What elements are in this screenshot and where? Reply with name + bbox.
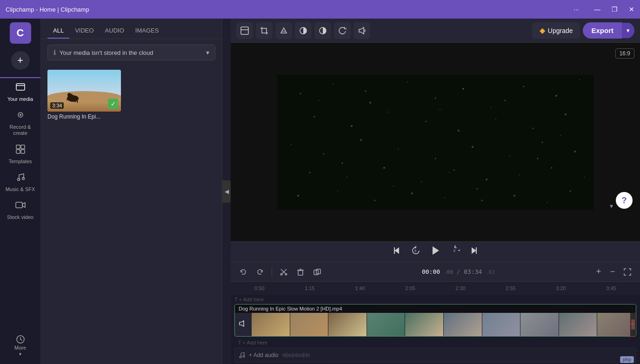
svg-point-76	[505, 99, 506, 101]
svg-point-64	[297, 195, 299, 197]
expand-chevron-icon[interactable]: ▾	[610, 202, 613, 210]
video-track-name: Dog Running In Epic Slow Motion 2 [HD].m…	[239, 306, 342, 311]
sidebar-item-music-sfx[interactable]: Music & SFX	[0, 168, 40, 196]
svg-point-100	[243, 356, 245, 357]
play-pause-button[interactable]	[430, 245, 440, 258]
tab-video[interactable]: VIDEO	[69, 23, 99, 39]
svg-point-79	[449, 172, 450, 173]
sidebar-item-your-media[interactable]: Your media	[0, 77, 40, 106]
time-ms-total: .61	[486, 269, 495, 275]
delete-button[interactable]	[293, 265, 307, 279]
media-item-dog-video[interactable]: 3:34 ✓ Dog Running In Epi...	[47, 70, 121, 120]
svg-point-63	[584, 177, 585, 178]
timeline-ruler: 0:50 1:15 1:40 2:05 2:30 2:55 3:20 3:45	[231, 282, 640, 295]
audio-icon	[358, 26, 366, 35]
svg-point-44	[533, 127, 534, 129]
upgrade-button[interactable]: ◆ Upgrade	[532, 22, 580, 39]
close-button[interactable]: ✕	[629, 6, 634, 13]
contrast-button[interactable]	[295, 22, 312, 39]
svg-point-49	[398, 149, 399, 150]
rewind-5s-button[interactable]: 5	[411, 245, 421, 258]
color-button[interactable]	[275, 22, 292, 39]
video-track[interactable]: Dog Running In Epic Slow Motion 2 [HD].m…	[234, 304, 636, 337]
export-dropdown-button[interactable]: ▾	[622, 23, 634, 38]
aspect-ratio-badge[interactable]: 16:9	[615, 48, 634, 59]
undo-button[interactable]	[236, 265, 250, 279]
redo-button[interactable]	[253, 265, 267, 279]
svg-point-77	[560, 135, 561, 136]
tab-audio[interactable]: AUDIO	[100, 23, 130, 39]
rotate-button[interactable]	[334, 22, 351, 39]
preview-content	[277, 75, 593, 210]
svg-point-37	[579, 79, 580, 80]
audio-note-icon	[239, 352, 245, 358]
cloud-notice-banner[interactable]: ℹ Your media isn't stored in the cloud ▾	[47, 45, 215, 60]
media-thumbnail: 3:34 ✓	[47, 70, 121, 112]
svg-marker-26	[359, 27, 364, 34]
arrow-left: ←	[626, 331, 635, 341]
saturation-button[interactable]	[314, 22, 331, 39]
add-track-bottom-label[interactable]: T + Add here	[238, 340, 267, 345]
zoom-in-button[interactable]: +	[593, 266, 605, 278]
sidebar-more-button[interactable]: More ▾	[11, 331, 30, 360]
expand-timeline-button[interactable]	[620, 265, 634, 279]
collapse-panel-button[interactable]: ◀	[222, 180, 231, 203]
time-ms-current: .00	[444, 269, 453, 275]
zoom-out-button[interactable]: −	[607, 266, 619, 278]
frame-2	[290, 313, 329, 336]
svg-point-33	[462, 88, 464, 90]
svg-point-53	[542, 141, 543, 143]
add-track-top-label[interactable]: T + Add here	[234, 297, 264, 302]
forward-5s-button[interactable]: 5	[450, 245, 460, 258]
cut-button[interactable]	[277, 265, 291, 279]
track-volume-button[interactable]	[239, 320, 246, 329]
svg-point-46	[291, 144, 292, 145]
svg-point-78	[342, 162, 343, 164]
tab-images[interactable]: IMAGES	[130, 23, 165, 39]
add-audio-label[interactable]: + Add audio	[249, 352, 279, 358]
sidebar-item-templates[interactable]: Templates	[0, 140, 40, 168]
help-button[interactable]: ?	[616, 192, 633, 209]
preview-area: 16:9 ? ▾	[231, 43, 640, 241]
crop-button[interactable]	[256, 22, 273, 39]
add-track-bottom-row: T + Add here	[234, 338, 636, 347]
ruler-marks: 0:50 1:15 1:40 2:05 2:30 2:55 3:20 3:45	[234, 285, 636, 291]
maximize-button[interactable]: ❐	[612, 6, 618, 13]
svg-point-61	[519, 174, 520, 175]
tab-all[interactable]: ALL	[47, 23, 69, 39]
svg-marker-86	[433, 246, 439, 255]
svg-point-41	[426, 120, 427, 122]
sidebar-item-record-create[interactable]: Record &create	[0, 106, 40, 140]
svg-rect-94	[298, 271, 303, 275]
app-logo[interactable]: C	[10, 22, 31, 44]
record-icon	[15, 110, 26, 122]
add-new-button[interactable]: +	[11, 51, 30, 70]
add-icon: +	[17, 54, 23, 66]
svg-point-56	[347, 177, 347, 178]
left-arrow-icon: ←	[626, 331, 635, 341]
svg-text:5: 5	[414, 249, 416, 252]
stock-video-icon	[15, 200, 26, 212]
sidebar-item-stock-video[interactable]: Stock video	[0, 196, 40, 224]
svg-point-2	[20, 114, 21, 116]
skip-to-start-button[interactable]	[392, 246, 401, 258]
minimize-button[interactable]: —	[594, 6, 600, 13]
time-display: 00:00 .00 / 03:34 .61	[422, 268, 495, 275]
media-tabs: ALL VIDEO AUDIO IMAGES	[41, 19, 222, 39]
duplicate-button[interactable]	[310, 265, 324, 279]
layout-button[interactable]	[236, 22, 253, 39]
gem-icon: ◆	[540, 26, 545, 35]
audio-track[interactable]: + Add audio	[234, 348, 636, 363]
timeline-area: 00:00 .00 / 03:34 .61 + −	[231, 262, 640, 364]
skip-to-end-button[interactable]	[469, 246, 479, 258]
svg-point-35	[523, 86, 525, 87]
window-more-icon[interactable]: ···	[573, 6, 579, 13]
cloud-notice-text: Your media isn't stored in the cloud	[60, 49, 202, 56]
audio-button[interactable]	[353, 22, 370, 39]
svg-point-45	[565, 113, 567, 115]
upgrade-label: Upgrade	[548, 27, 573, 34]
svg-point-55	[309, 172, 311, 173]
ruler-mark-4: 2:05	[385, 285, 435, 291]
svg-point-48	[360, 139, 362, 141]
export-main-button[interactable]: Export	[583, 22, 622, 39]
